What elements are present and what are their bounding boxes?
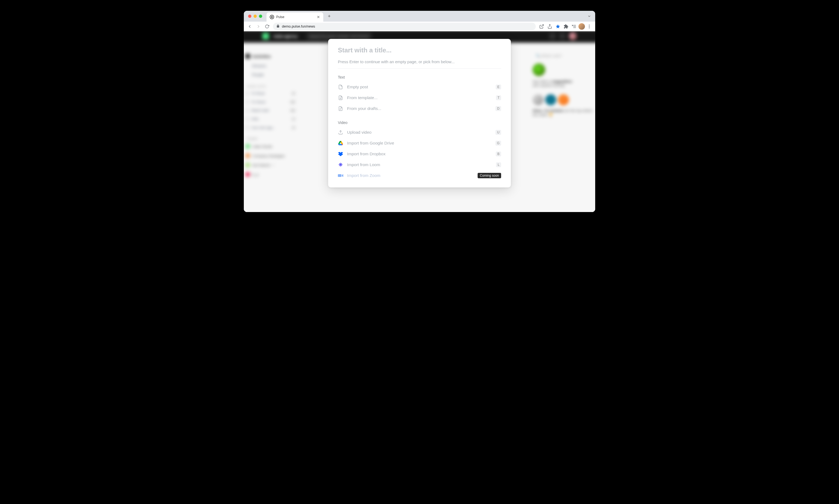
file-icon [338, 84, 343, 90]
share-icon[interactable] [546, 23, 554, 30]
media-control-icon[interactable] [570, 23, 578, 30]
modal-hint: Press Enter to continue with an empty pa… [338, 59, 501, 69]
window-maximize-button[interactable] [259, 15, 262, 18]
svg-rect-15 [338, 174, 342, 177]
option-import-dropbox[interactable]: Import from Dropbox B [338, 148, 501, 159]
tabs-overflow-button[interactable] [585, 13, 593, 20]
drafts-icon [338, 106, 343, 111]
option-import-zoom: Import from Zoom Coming soon [338, 170, 501, 181]
option-label: Import from Loom [347, 162, 492, 167]
svg-point-8 [589, 26, 590, 27]
shortcut-key: L [496, 162, 501, 167]
option-label: Import from Dropbox [347, 151, 492, 156]
google-drive-icon [338, 141, 343, 146]
page-viewport: make.agency Search for posts, people, an… [244, 31, 595, 212]
shortcut-key: E [496, 85, 501, 89]
section-label-video: Video [338, 121, 501, 125]
option-import-loom[interactable]: Import from Loom L [338, 159, 501, 170]
option-from-drafts[interactable]: From your drafts... D [338, 103, 501, 114]
open-external-icon[interactable] [538, 23, 545, 30]
upload-icon [338, 130, 343, 135]
shortcut-key: T [496, 95, 501, 100]
section-label-text: Text [338, 75, 501, 79]
option-import-gdrive[interactable]: Import from Google Drive G [338, 138, 501, 148]
option-label: From template... [347, 95, 492, 100]
svg-point-9 [589, 27, 590, 28]
shortcut-key: D [495, 106, 501, 111]
window-controls [248, 15, 262, 18]
title-input[interactable] [338, 47, 501, 54]
window-minimize-button[interactable] [254, 15, 257, 18]
coming-soon-badge: Coming soon [478, 173, 501, 178]
svg-marker-2 [556, 24, 560, 28]
tab-title: Pulse [276, 15, 284, 19]
browser-tab[interactable]: Pulse ✕ [266, 13, 323, 22]
option-upload-video[interactable]: Upload video U [338, 127, 501, 138]
option-label: From your drafts... [347, 106, 492, 111]
zoom-icon [338, 173, 343, 178]
window-close-button[interactable] [248, 15, 251, 18]
svg-point-7 [589, 24, 590, 25]
option-label: Empty post [347, 85, 492, 89]
browser-tabbar: Pulse ✕ + [244, 11, 595, 22]
extensions-icon[interactable] [562, 23, 570, 30]
address-bar[interactable]: demo.pulse.fun/news [273, 23, 536, 30]
shortcut-key: B [496, 151, 501, 156]
toolbar-actions [538, 23, 593, 30]
reload-button[interactable] [263, 23, 271, 30]
browser-toolbar: demo.pulse.fun/news [244, 22, 595, 31]
shortcut-key: U [495, 130, 501, 135]
option-label: Upload video [347, 130, 492, 135]
new-tab-button[interactable]: + [326, 13, 333, 20]
new-post-modal: Press Enter to continue with an empty pa… [328, 39, 511, 187]
dropbox-icon [338, 151, 343, 157]
browser-menu-icon[interactable] [585, 23, 593, 30]
lock-icon [276, 24, 280, 29]
svg-line-0 [541, 24, 544, 27]
option-label: Import from Zoom [347, 173, 474, 178]
tab-close-button[interactable]: ✕ [317, 15, 320, 19]
back-button[interactable] [246, 23, 254, 30]
loom-icon [338, 162, 343, 167]
option-empty-post[interactable]: Empty post E [338, 82, 501, 92]
browser-window: Pulse ✕ + demo.pulse.fun/news [244, 11, 595, 212]
forward-button[interactable] [255, 23, 262, 30]
profile-avatar[interactable] [578, 23, 585, 30]
shortcut-key: G [495, 141, 501, 146]
bookmark-star-icon[interactable] [554, 23, 562, 30]
svg-marker-6 [572, 25, 573, 26]
tab-favicon [270, 15, 274, 19]
url-text: demo.pulse.fun/news [282, 24, 315, 29]
option-from-template[interactable]: From template... T [338, 92, 501, 103]
template-icon [338, 95, 343, 101]
option-label: Import from Google Drive [347, 141, 492, 146]
